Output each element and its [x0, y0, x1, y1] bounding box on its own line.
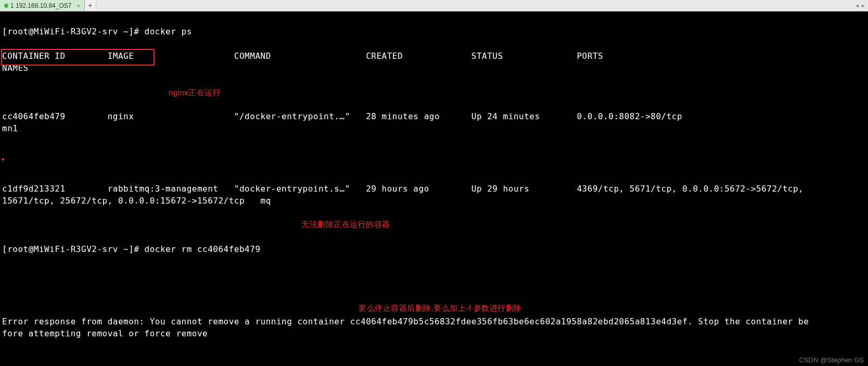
- output-text: cc4064feb479 nginx "/docker-entrypoint.……: [2, 110, 814, 134]
- watermark: CSDN @Stephen GS: [799, 356, 864, 364]
- output-row: cc4064feb479 nginx "/docker-entrypoint.……: [2, 86, 866, 170]
- nav-left-icon[interactable]: ◀: [854, 3, 860, 8]
- tab-title: 1 192.168.10.84_OS7: [10, 2, 71, 9]
- prompt-line: [root@MiWiFi-R3GV2-srv ~]# docker rm cc4…: [2, 219, 866, 279]
- tab-nav: ◀ ▶: [854, 3, 868, 8]
- annotation-stop-or-force: 要么停止容器后删除,要么加上-f 参数进行删除: [359, 302, 868, 314]
- status-dot-icon: [4, 4, 8, 8]
- annotation-cannot-remove: 无法删除正在运行的容器: [301, 219, 868, 230]
- output-row: c1df9d213321 rabbitmq:3-management "dock…: [2, 183, 814, 207]
- output-text: Error response from daemon: You cannot r…: [2, 315, 814, 339]
- output-header: CONTAINER ID IMAGE COMMAND CREATED STATU…: [2, 50, 814, 74]
- terminal-output[interactable]: [root@MiWiFi-R3GV2-srv ~]# docker ps CON…: [0, 11, 868, 366]
- output-error: Error response from daemon: You cannot r…: [2, 291, 866, 363]
- annotation-nginx-running: nginx正在运行: [169, 87, 868, 98]
- plus-icon: +: [88, 2, 92, 9]
- close-icon[interactable]: ×: [76, 3, 80, 9]
- output-text: [root@MiWiFi-R3GV2-srv ~]# docker rm cc4…: [2, 243, 814, 255]
- tab-bar: 1 192.168.10.84_OS7 × + ◀ ▶: [0, 0, 868, 11]
- tab-active[interactable]: 1 192.168.10.84_OS7 ×: [0, 0, 85, 11]
- add-tab-button[interactable]: +: [85, 0, 96, 11]
- nav-right-icon[interactable]: ▶: [861, 3, 866, 8]
- prompt-line: [root@MiWiFi-R3GV2-srv ~]# docker ps: [2, 26, 814, 37]
- highlight-box-nginx: [2, 158, 4, 160]
